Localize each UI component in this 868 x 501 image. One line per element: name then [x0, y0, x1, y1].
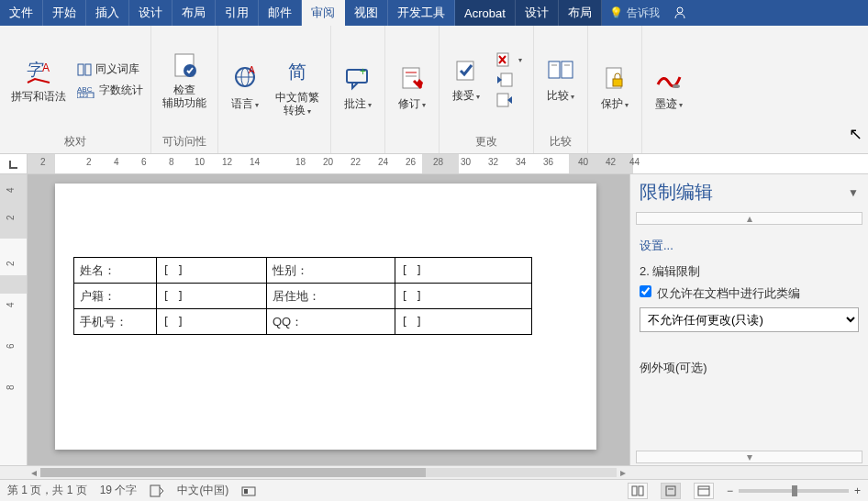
zoom-out-button[interactable]: −	[727, 484, 733, 497]
hscroll-right[interactable]: ▸	[617, 466, 629, 479]
tracking-label: 修订▾	[398, 97, 426, 112]
compare-icon	[546, 56, 575, 85]
svg-rect-38	[698, 486, 709, 495]
status-language[interactable]: 中文(中国)	[177, 483, 228, 498]
table-row: 手机号： [ ] QQ： [ ]	[74, 309, 532, 335]
status-macro-icon[interactable]	[241, 484, 256, 497]
cell-huji-value[interactable]: [ ]	[157, 284, 267, 309]
group-tracking: 修订▾	[385, 26, 440, 153]
ink-button[interactable]: 墨迹▾	[646, 61, 692, 116]
hruler-scale[interactable]: 2 2 4 6 8 10 12 14 18 20 22 24 26 28 30 …	[28, 154, 868, 173]
status-proof-icon[interactable]	[150, 484, 164, 497]
cell-name-label[interactable]: 姓名：	[74, 258, 157, 284]
reject-button[interactable]: ▾	[493, 50, 526, 69]
form-table[interactable]: 姓名： [ ] 性别： [ ] 户籍： [ ] 居住地： [ ] 手机号： [ …	[73, 257, 532, 335]
pane-checkbox-row[interactable]: 仅允许在文档中进行此类编	[640, 285, 859, 302]
svg-point-30	[673, 84, 680, 88]
accessibility-button[interactable]: 检查 辅助功能	[155, 47, 214, 113]
cell-gender-label[interactable]: 性别：	[267, 258, 395, 284]
cell-name-value[interactable]: [ ]	[157, 258, 267, 284]
pane-scroll-up[interactable]: ▴	[636, 212, 862, 225]
accept-icon	[451, 56, 481, 85]
tab-references[interactable]: 引用	[216, 0, 259, 26]
vertical-ruler[interactable]: 4 2 2 4 6 8	[0, 174, 28, 465]
svg-rect-22	[501, 73, 512, 86]
chevron-down-icon: ▾	[476, 93, 480, 101]
cell-phone-value[interactable]: [ ]	[157, 309, 267, 335]
next-change-button[interactable]	[493, 91, 526, 109]
tab-home[interactable]: 开始	[43, 0, 86, 26]
tab-table-layout[interactable]: 布局	[559, 0, 602, 26]
tab-file[interactable]: 文件	[0, 0, 43, 26]
group-accessibility-label: 可访问性	[155, 132, 214, 151]
chevron-down-icon: ▾	[307, 107, 311, 116]
hscroll-left[interactable]: ◂	[28, 466, 40, 479]
svg-text:简: 简	[288, 61, 306, 82]
tab-design[interactable]: 设计	[129, 0, 172, 26]
spelling-button[interactable]: 字A 拼写和语法	[4, 53, 73, 106]
zoom-slider[interactable]	[739, 489, 849, 493]
tab-table-design[interactable]: 设计	[516, 0, 559, 26]
pane-scroll-down[interactable]: ▾	[636, 451, 862, 463]
svg-text:A: A	[249, 65, 255, 75]
thesaurus-icon	[77, 62, 92, 77]
svg-rect-25	[562, 61, 573, 78]
svg-text:123: 123	[79, 93, 89, 98]
view-read-button[interactable]	[628, 483, 648, 499]
accept-button[interactable]: 接受▾	[443, 52, 489, 107]
restrict-checkbox[interactable]	[640, 285, 651, 297]
status-page[interactable]: 第 1 页，共 1 页	[7, 483, 87, 498]
compare-button[interactable]: 比较▾	[538, 52, 584, 107]
group-accessibility: 检查 辅助功能 可访问性	[151, 26, 218, 153]
chevron-down-icon: ▾	[255, 101, 259, 109]
tab-review[interactable]: 审阅	[302, 0, 345, 26]
ink-icon	[654, 64, 684, 94]
cell-qq-label[interactable]: QQ：	[267, 309, 395, 335]
restrict-type-select[interactable]: 不允许任何更改(只读)	[640, 307, 859, 332]
tab-layout[interactable]: 布局	[172, 0, 216, 26]
status-bar: 第 1 页，共 1 页 19 个字 中文(中国) − +	[0, 479, 868, 501]
cell-residence-value[interactable]: [ ]	[395, 284, 532, 309]
svg-rect-34	[632, 486, 637, 495]
wordcount-button[interactable]: ABC123 字数统计	[73, 81, 147, 100]
cell-huji-label[interactable]: 户籍：	[74, 284, 157, 309]
zoom-in-button[interactable]: +	[854, 484, 861, 497]
zoom-thumb[interactable]	[792, 485, 797, 496]
compare-label: 比较▾	[547, 89, 574, 104]
share-button[interactable]	[667, 0, 693, 26]
tab-mailings[interactable]: 邮件	[259, 0, 302, 26]
tracking-button[interactable]: 修订▾	[389, 61, 435, 116]
svg-rect-29	[613, 79, 622, 86]
cell-qq-value[interactable]: [ ]	[395, 309, 532, 335]
protect-button[interactable]: 保护▾	[592, 61, 638, 116]
document-area[interactable]: 姓名： [ ] 性别： [ ] 户籍： [ ] 居住地： [ ] 手机号： [ …	[28, 174, 629, 465]
svg-rect-35	[639, 486, 643, 495]
tab-developer[interactable]: 开发工具	[388, 0, 455, 26]
cell-residence-label[interactable]: 居住地：	[267, 284, 395, 309]
tab-acrobat[interactable]: Acrobat	[455, 0, 516, 26]
hscroll-track[interactable]	[40, 468, 617, 477]
previous-change-button[interactable]	[493, 71, 526, 89]
group-language: A 语言▾ 简 中文简繁 转换▾	[218, 26, 331, 153]
spelling-icon: 字A	[24, 57, 53, 86]
pane-menu-button[interactable]: ▼	[848, 186, 859, 199]
view-print-button[interactable]	[661, 483, 681, 499]
language-button[interactable]: A 语言▾	[222, 61, 268, 116]
cell-gender-value[interactable]: [ ]	[395, 258, 532, 284]
status-words[interactable]: 19 个字	[100, 483, 138, 498]
chinese-convert-button[interactable]: 简 中文简繁 转换▾	[268, 54, 327, 122]
view-web-button[interactable]	[694, 483, 714, 499]
thesaurus-button[interactable]: 同义词库	[73, 60, 147, 79]
group-changes-label: 更改	[443, 132, 529, 151]
cell-phone-label[interactable]: 手机号：	[74, 309, 157, 335]
comments-button[interactable]: + 批注▾	[335, 61, 381, 116]
tab-view[interactable]: 视图	[345, 0, 388, 26]
tab-insert[interactable]: 插入	[86, 0, 129, 26]
hscroll-thumb[interactable]	[40, 468, 426, 477]
svg-rect-4	[85, 64, 91, 75]
ruler-corner[interactable]	[0, 154, 28, 173]
group-protect: 保护▾	[588, 26, 642, 153]
next-icon	[496, 93, 513, 107]
pane-settings-link[interactable]: 设置...	[640, 238, 859, 254]
tell-me[interactable]: 💡 告诉我	[602, 0, 667, 26]
